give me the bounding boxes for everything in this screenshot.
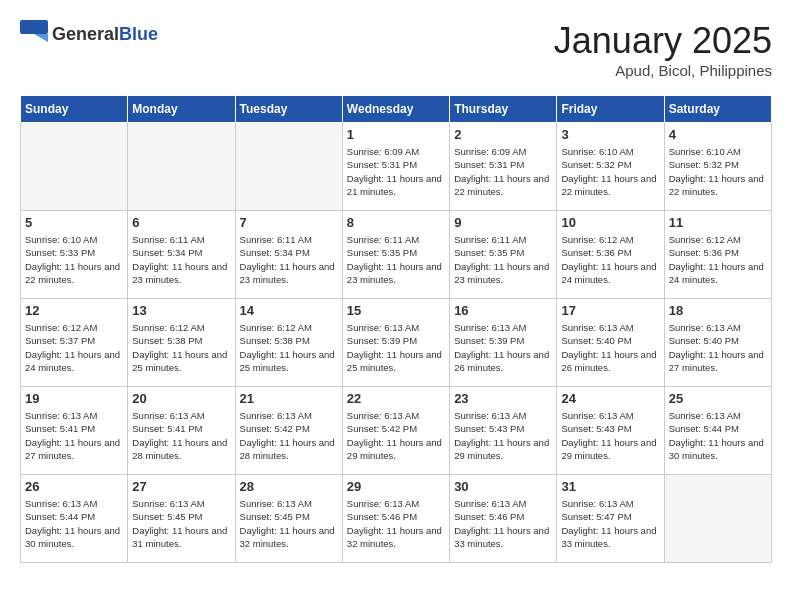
day-info: Sunrise: 6:11 AM Sunset: 5:34 PM Dayligh… <box>132 233 230 286</box>
day-info: Sunrise: 6:13 AM Sunset: 5:44 PM Dayligh… <box>25 497 123 550</box>
day-number: 30 <box>454 479 552 494</box>
calendar-table: SundayMondayTuesdayWednesdayThursdayFrid… <box>20 95 772 563</box>
calendar-week-row: 1Sunrise: 6:09 AM Sunset: 5:31 PM Daylig… <box>21 123 772 211</box>
calendar-cell: 12Sunrise: 6:12 AM Sunset: 5:37 PM Dayli… <box>21 299 128 387</box>
day-number: 21 <box>240 391 338 406</box>
day-header-monday: Monday <box>128 96 235 123</box>
day-info: Sunrise: 6:12 AM Sunset: 5:36 PM Dayligh… <box>561 233 659 286</box>
svg-marker-1 <box>34 34 48 42</box>
calendar-cell: 27Sunrise: 6:13 AM Sunset: 5:45 PM Dayli… <box>128 475 235 563</box>
day-info: Sunrise: 6:13 AM Sunset: 5:45 PM Dayligh… <box>240 497 338 550</box>
day-info: Sunrise: 6:09 AM Sunset: 5:31 PM Dayligh… <box>454 145 552 198</box>
day-number: 28 <box>240 479 338 494</box>
calendar-cell: 28Sunrise: 6:13 AM Sunset: 5:45 PM Dayli… <box>235 475 342 563</box>
calendar-cell: 25Sunrise: 6:13 AM Sunset: 5:44 PM Dayli… <box>664 387 771 475</box>
day-number: 19 <box>25 391 123 406</box>
calendar-cell: 5Sunrise: 6:10 AM Sunset: 5:33 PM Daylig… <box>21 211 128 299</box>
day-number: 2 <box>454 127 552 142</box>
calendar-week-row: 5Sunrise: 6:10 AM Sunset: 5:33 PM Daylig… <box>21 211 772 299</box>
calendar-cell: 21Sunrise: 6:13 AM Sunset: 5:42 PM Dayli… <box>235 387 342 475</box>
calendar-cell: 4Sunrise: 6:10 AM Sunset: 5:32 PM Daylig… <box>664 123 771 211</box>
day-number: 11 <box>669 215 767 230</box>
calendar-cell: 29Sunrise: 6:13 AM Sunset: 5:46 PM Dayli… <box>342 475 449 563</box>
day-info: Sunrise: 6:10 AM Sunset: 5:33 PM Dayligh… <box>25 233 123 286</box>
day-info: Sunrise: 6:13 AM Sunset: 5:46 PM Dayligh… <box>347 497 445 550</box>
day-header-thursday: Thursday <box>450 96 557 123</box>
day-info: Sunrise: 6:10 AM Sunset: 5:32 PM Dayligh… <box>561 145 659 198</box>
day-number: 7 <box>240 215 338 230</box>
day-info: Sunrise: 6:11 AM Sunset: 5:34 PM Dayligh… <box>240 233 338 286</box>
calendar-cell <box>235 123 342 211</box>
calendar-cell: 20Sunrise: 6:13 AM Sunset: 5:41 PM Dayli… <box>128 387 235 475</box>
day-info: Sunrise: 6:13 AM Sunset: 5:39 PM Dayligh… <box>454 321 552 374</box>
calendar-cell: 31Sunrise: 6:13 AM Sunset: 5:47 PM Dayli… <box>557 475 664 563</box>
day-header-saturday: Saturday <box>664 96 771 123</box>
day-number: 17 <box>561 303 659 318</box>
day-number: 20 <box>132 391 230 406</box>
calendar-cell: 23Sunrise: 6:13 AM Sunset: 5:43 PM Dayli… <box>450 387 557 475</box>
calendar-cell: 18Sunrise: 6:13 AM Sunset: 5:40 PM Dayli… <box>664 299 771 387</box>
title-section: January 2025 Apud, Bicol, Philippines <box>554 20 772 79</box>
day-header-sunday: Sunday <box>21 96 128 123</box>
day-info: Sunrise: 6:13 AM Sunset: 5:40 PM Dayligh… <box>669 321 767 374</box>
calendar-header-row: SundayMondayTuesdayWednesdayThursdayFrid… <box>21 96 772 123</box>
calendar-title: January 2025 <box>554 20 772 62</box>
day-info: Sunrise: 6:09 AM Sunset: 5:31 PM Dayligh… <box>347 145 445 198</box>
calendar-week-row: 12Sunrise: 6:12 AM Sunset: 5:37 PM Dayli… <box>21 299 772 387</box>
calendar-cell: 17Sunrise: 6:13 AM Sunset: 5:40 PM Dayli… <box>557 299 664 387</box>
calendar-cell: 16Sunrise: 6:13 AM Sunset: 5:39 PM Dayli… <box>450 299 557 387</box>
day-info: Sunrise: 6:11 AM Sunset: 5:35 PM Dayligh… <box>347 233 445 286</box>
day-number: 24 <box>561 391 659 406</box>
day-number: 25 <box>669 391 767 406</box>
calendar-week-row: 19Sunrise: 6:13 AM Sunset: 5:41 PM Dayli… <box>21 387 772 475</box>
svg-rect-0 <box>20 20 48 34</box>
day-info: Sunrise: 6:13 AM Sunset: 5:39 PM Dayligh… <box>347 321 445 374</box>
day-number: 8 <box>347 215 445 230</box>
day-header-tuesday: Tuesday <box>235 96 342 123</box>
day-number: 5 <box>25 215 123 230</box>
day-number: 16 <box>454 303 552 318</box>
day-info: Sunrise: 6:13 AM Sunset: 5:40 PM Dayligh… <box>561 321 659 374</box>
calendar-cell: 6Sunrise: 6:11 AM Sunset: 5:34 PM Daylig… <box>128 211 235 299</box>
day-info: Sunrise: 6:13 AM Sunset: 5:42 PM Dayligh… <box>347 409 445 462</box>
day-number: 15 <box>347 303 445 318</box>
day-info: Sunrise: 6:13 AM Sunset: 5:45 PM Dayligh… <box>132 497 230 550</box>
day-info: Sunrise: 6:13 AM Sunset: 5:47 PM Dayligh… <box>561 497 659 550</box>
day-info: Sunrise: 6:12 AM Sunset: 5:38 PM Dayligh… <box>132 321 230 374</box>
day-number: 6 <box>132 215 230 230</box>
day-info: Sunrise: 6:13 AM Sunset: 5:43 PM Dayligh… <box>454 409 552 462</box>
day-info: Sunrise: 6:12 AM Sunset: 5:36 PM Dayligh… <box>669 233 767 286</box>
calendar-cell: 1Sunrise: 6:09 AM Sunset: 5:31 PM Daylig… <box>342 123 449 211</box>
calendar-cell: 9Sunrise: 6:11 AM Sunset: 5:35 PM Daylig… <box>450 211 557 299</box>
day-number: 18 <box>669 303 767 318</box>
logo-blue: Blue <box>119 24 158 44</box>
day-number: 22 <box>347 391 445 406</box>
day-number: 10 <box>561 215 659 230</box>
calendar-subtitle: Apud, Bicol, Philippines <box>554 62 772 79</box>
day-number: 12 <box>25 303 123 318</box>
calendar-cell: 10Sunrise: 6:12 AM Sunset: 5:36 PM Dayli… <box>557 211 664 299</box>
day-header-friday: Friday <box>557 96 664 123</box>
calendar-cell: 30Sunrise: 6:13 AM Sunset: 5:46 PM Dayli… <box>450 475 557 563</box>
day-number: 3 <box>561 127 659 142</box>
day-number: 9 <box>454 215 552 230</box>
day-number: 4 <box>669 127 767 142</box>
day-info: Sunrise: 6:13 AM Sunset: 5:41 PM Dayligh… <box>25 409 123 462</box>
logo: GeneralBlue <box>20 20 158 48</box>
day-number: 14 <box>240 303 338 318</box>
day-info: Sunrise: 6:10 AM Sunset: 5:32 PM Dayligh… <box>669 145 767 198</box>
calendar-cell: 7Sunrise: 6:11 AM Sunset: 5:34 PM Daylig… <box>235 211 342 299</box>
logo-general: General <box>52 24 119 44</box>
day-header-wednesday: Wednesday <box>342 96 449 123</box>
day-info: Sunrise: 6:13 AM Sunset: 5:43 PM Dayligh… <box>561 409 659 462</box>
calendar-week-row: 26Sunrise: 6:13 AM Sunset: 5:44 PM Dayli… <box>21 475 772 563</box>
calendar-cell <box>21 123 128 211</box>
calendar-cell <box>664 475 771 563</box>
calendar-cell: 26Sunrise: 6:13 AM Sunset: 5:44 PM Dayli… <box>21 475 128 563</box>
day-info: Sunrise: 6:13 AM Sunset: 5:46 PM Dayligh… <box>454 497 552 550</box>
day-number: 27 <box>132 479 230 494</box>
calendar-cell: 24Sunrise: 6:13 AM Sunset: 5:43 PM Dayli… <box>557 387 664 475</box>
day-number: 13 <box>132 303 230 318</box>
calendar-cell: 15Sunrise: 6:13 AM Sunset: 5:39 PM Dayli… <box>342 299 449 387</box>
logo-icon <box>20 20 48 48</box>
